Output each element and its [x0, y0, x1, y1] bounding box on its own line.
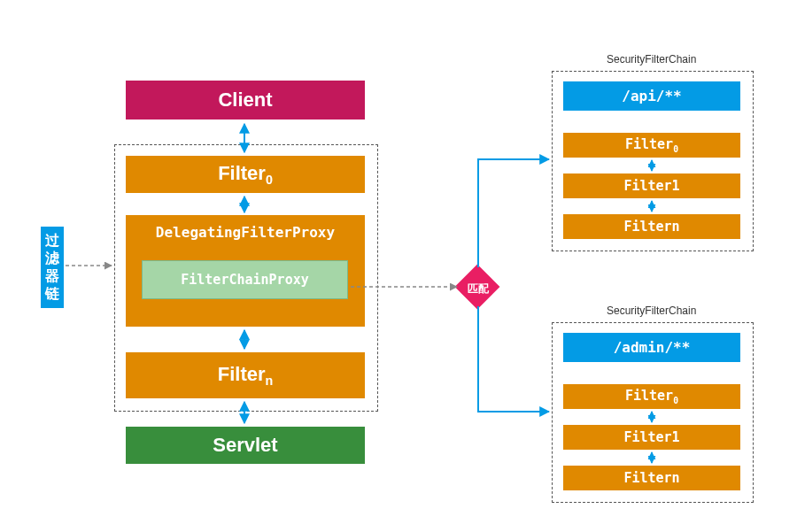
filter-chain-proxy-box: FilterChainProxy: [142, 260, 348, 299]
chain-2-filter-0: Filter0: [563, 384, 740, 409]
filter-n-label: Filtern: [218, 363, 274, 388]
chain-2-filter-n: Filtern: [563, 466, 740, 490]
filter-chain-proxy-label: FilterChainProxy: [181, 272, 309, 288]
filter-0-label: Filter0: [218, 162, 273, 187]
chain-1-pattern: /api/**: [563, 81, 740, 111]
filter-n-box: Filtern: [126, 352, 365, 398]
client-box: Client: [126, 81, 365, 120]
security-filter-chain-label-1: SecurityFilterChain: [607, 53, 696, 66]
chain-1-filter-1: Filter1: [563, 173, 740, 198]
delegating-filter-proxy-box: DelegatingFilterProxy FilterChainProxy: [126, 215, 365, 327]
client-label: Client: [218, 89, 272, 112]
filter-0-box: Filter0: [126, 156, 365, 193]
sidebar-filter-chain-label: 过 滤 器 链: [41, 227, 64, 308]
chain-1-filter-n: Filtern: [563, 214, 740, 239]
security-filter-chain-label-2: SecurityFilterChain: [607, 305, 696, 317]
chain-2-pattern: /admin/**: [563, 333, 740, 362]
delegating-filter-proxy-label: DelegatingFilterProxy: [126, 215, 365, 241]
servlet-label: Servlet: [213, 434, 277, 457]
chain-1-filter-0: Filter0: [563, 133, 740, 158]
match-label: 匹配: [468, 281, 489, 297]
chain-2-filter-1: Filter1: [563, 425, 740, 450]
servlet-box: Servlet: [126, 427, 365, 464]
